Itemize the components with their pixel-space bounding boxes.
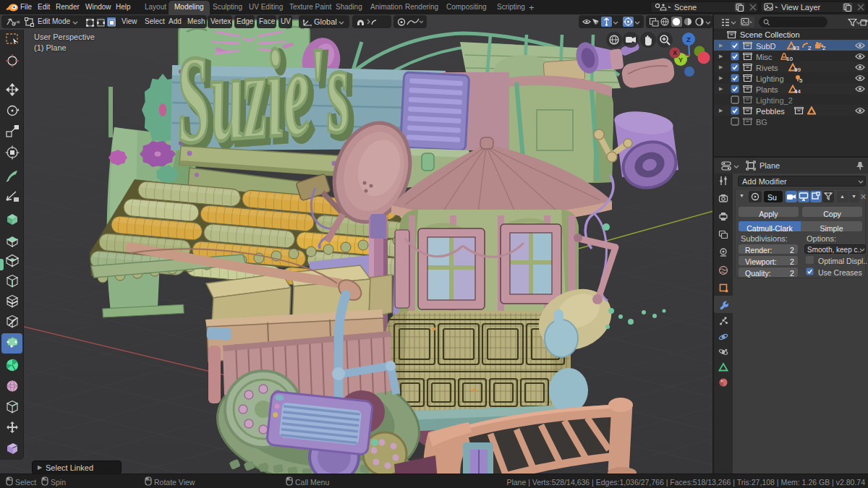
svg-text:Z: Z: [686, 35, 691, 43]
svg-text:Y: Y: [678, 56, 684, 64]
svg-text:X: X: [673, 49, 677, 56]
